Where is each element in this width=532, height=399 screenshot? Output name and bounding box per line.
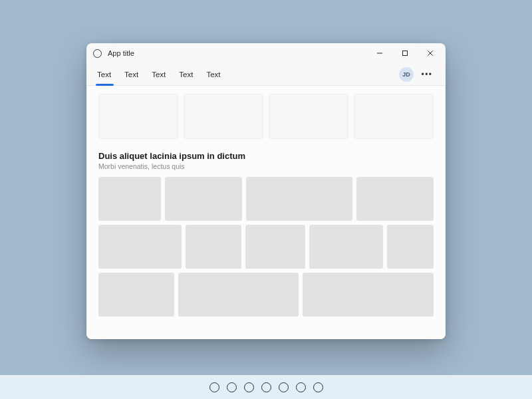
app-title: App title (108, 49, 134, 57)
card[interactable] (98, 94, 178, 139)
tile[interactable] (356, 177, 434, 221)
tab-label: Text (206, 70, 220, 78)
grid-row (98, 225, 434, 269)
card[interactable] (269, 94, 348, 139)
tab-label: Text (124, 70, 138, 78)
card-row (98, 94, 434, 139)
avatar[interactable]: JD (399, 67, 414, 82)
svg-rect-1 (403, 51, 408, 56)
tile[interactable] (303, 273, 434, 317)
avatar-initials: JD (402, 71, 410, 78)
grid-row (98, 177, 434, 221)
titlebar: App title (86, 43, 446, 63)
grid-row (98, 273, 434, 317)
content: Duis aliquet lacinia ipsum in dictum Mor… (86, 86, 446, 339)
tile[interactable] (387, 225, 434, 269)
taskbar-item[interactable] (279, 382, 289, 392)
taskbar-item[interactable] (261, 382, 271, 392)
tile[interactable] (186, 225, 241, 269)
app-icon (93, 49, 102, 58)
tile[interactable] (98, 225, 182, 269)
tab-label: Text (179, 70, 193, 78)
taskbar-item[interactable] (296, 382, 306, 392)
tab-2[interactable]: Text (145, 63, 172, 85)
taskbar-item[interactable] (244, 382, 254, 392)
tile[interactable] (178, 273, 299, 317)
minimize-icon (376, 50, 383, 57)
minimize-button[interactable] (367, 43, 392, 63)
close-icon (427, 50, 434, 57)
taskbar-item[interactable] (209, 382, 219, 392)
tab-3[interactable]: Text (172, 63, 200, 85)
close-button[interactable] (418, 43, 443, 63)
more-icon: ••• (421, 70, 432, 79)
tile[interactable] (98, 273, 174, 317)
tab-label: Text (152, 70, 166, 78)
more-button[interactable]: ••• (418, 65, 436, 84)
tile[interactable] (245, 225, 305, 269)
tile-grid (98, 177, 434, 317)
taskbar-item[interactable] (313, 382, 323, 392)
tile[interactable] (246, 177, 352, 221)
tab-4[interactable]: Text (200, 63, 227, 85)
section-title: Duis aliquet lacinia ipsum in dictum (98, 151, 434, 161)
tab-label: Text (97, 70, 111, 78)
tab-0[interactable]: Text (96, 63, 118, 85)
section-subtitle: Morbi venenatis, lectus quis (98, 162, 434, 170)
navbar: Text Text Text Text Text JD ••• (86, 63, 446, 86)
taskbar-item[interactable] (227, 382, 237, 392)
app-window: App title Text Text Text Text Text JD ••… (86, 43, 446, 339)
tile[interactable] (165, 177, 242, 221)
taskbar (0, 375, 532, 399)
card[interactable] (184, 94, 263, 139)
tile[interactable] (98, 177, 161, 221)
tile[interactable] (309, 225, 383, 269)
card[interactable] (354, 94, 434, 139)
maximize-button[interactable] (392, 43, 418, 63)
tab-1[interactable]: Text (118, 63, 145, 85)
maximize-icon (402, 50, 408, 57)
